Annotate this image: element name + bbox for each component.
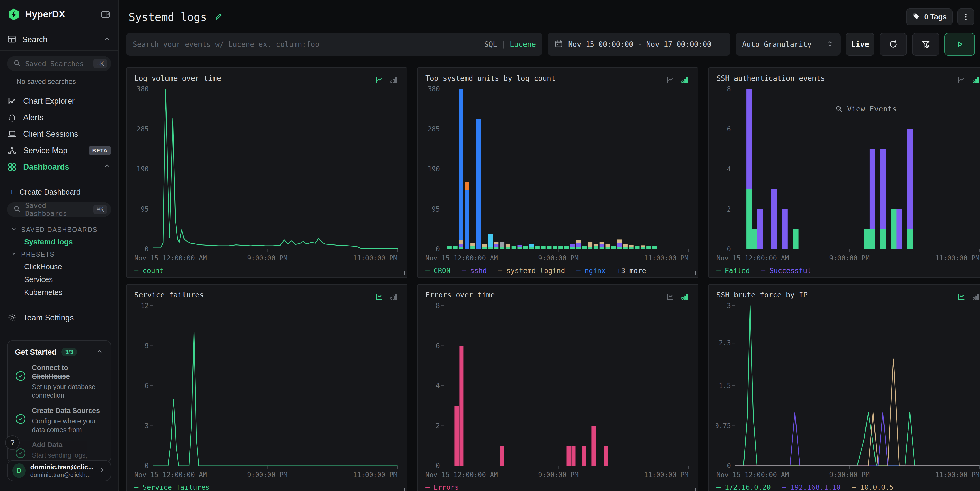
svg-text:2: 2 (436, 422, 440, 430)
panel-resize-handle[interactable] (692, 272, 696, 275)
filter-edit-icon (921, 40, 931, 49)
legend-item[interactable]: —count (134, 267, 164, 275)
chart-plot-area[interactable]: 32.31.50.750Nov 15 12:00:00 AM9:00:00 PM… (716, 302, 980, 482)
sidebar-item-service-map[interactable]: Service Map BETA (7, 142, 111, 159)
svg-text:0: 0 (436, 462, 440, 470)
view-events-link[interactable]: View Events (835, 105, 897, 113)
section-presets[interactable]: PRESETS (10, 248, 111, 260)
line-chart-view-icon[interactable] (666, 76, 675, 84)
chevron-up-icon[interactable] (103, 162, 111, 172)
get-started-step[interactable]: Connect to ClickHouse Set up your databa… (15, 364, 103, 400)
legend-item[interactable]: —Errors (425, 483, 459, 491)
page-header: Systemd logs 0 Tags (129, 7, 974, 27)
search-icon (13, 205, 21, 214)
chevron-up-icon[interactable] (96, 348, 103, 356)
sidebar-item-client-sessions[interactable]: Client Sessions (7, 126, 111, 142)
refresh-button[interactable] (880, 33, 907, 56)
bar-chart-view-icon[interactable] (681, 76, 689, 84)
svg-text:11:00:00 PM: 11:00:00 PM (353, 254, 397, 262)
get-started-header[interactable]: Get Started 3/3 (15, 348, 103, 356)
chart-plot-area[interactable]: 380285190950Nov 15 12:00:00 AM9:00:00 PM… (134, 86, 399, 265)
tags-button[interactable]: 0 Tags (906, 8, 953, 25)
line-chart-view-icon[interactable] (375, 76, 384, 84)
user-menu[interactable]: D dominic.tran@clic... dominic.tran@clic… (7, 460, 111, 481)
sidebar-item-chart-explorer[interactable]: Chart Explorer (7, 93, 111, 110)
create-dashboard-label: Create Dashboard (19, 188, 81, 196)
more-options-button[interactable] (957, 8, 974, 25)
line-chart-view-icon[interactable] (375, 292, 384, 301)
legend-item[interactable]: —Service failures (134, 483, 210, 491)
get-started-step[interactable]: Create Data Sources Configure where your… (15, 407, 103, 434)
svg-text:4: 4 (436, 382, 440, 389)
help-button[interactable]: ? (5, 435, 19, 450)
svg-text:285: 285 (428, 126, 440, 133)
play-icon (955, 40, 964, 49)
legend-item[interactable]: —Failed (716, 267, 750, 275)
saved-dashboards-input[interactable]: Saved Dashboards ⌘K (7, 202, 111, 217)
logo-row: HyperDX (7, 7, 111, 22)
legend-item[interactable]: —sshd (462, 267, 487, 275)
lucene-toggle[interactable]: Lucene (510, 40, 536, 49)
divider (0, 179, 118, 180)
panel-resize-handle[interactable] (692, 488, 696, 491)
toggle-divider: | (501, 40, 506, 49)
filter-button[interactable] (912, 33, 939, 56)
chart-panel-top-units: Top systemd units by log count 380285190… (417, 67, 698, 278)
event-search-placeholder: Search your events w/ Lucene ex. column:… (133, 40, 480, 49)
granularity-select[interactable]: Auto Granularity (735, 33, 840, 56)
run-query-button[interactable] (945, 33, 975, 56)
bar-chart-view-icon[interactable] (390, 292, 398, 301)
sidebar-item-team-settings[interactable]: Team Settings (7, 310, 111, 326)
legend-item[interactable]: —nginx (576, 267, 606, 275)
legend-item[interactable]: —Successful (761, 267, 811, 275)
get-started-title: Get Started (15, 348, 57, 356)
edit-title-icon[interactable] (215, 12, 224, 22)
search-icon (13, 59, 21, 68)
svg-text:Nov 15 12:00:00 AM: Nov 15 12:00:00 AM (716, 254, 789, 262)
legend-item[interactable]: —systemd-logind (498, 267, 565, 275)
preset-link-services[interactable]: Services (7, 273, 111, 286)
bar-chart-view-icon[interactable] (972, 76, 980, 84)
kebab-icon (961, 13, 970, 21)
line-chart-view-icon[interactable] (957, 76, 966, 84)
bar-chart-view-icon[interactable] (681, 292, 689, 301)
section-saved-dashboards[interactable]: SAVED DASHBOARDS (10, 224, 111, 235)
preset-link-kubernetes[interactable]: Kubernetes (7, 286, 111, 299)
event-search-input[interactable]: Search your events w/ Lucene ex. column:… (126, 33, 542, 56)
granularity-value: Auto Granularity (742, 40, 826, 49)
legend-item[interactable]: —192.168.1.10 (782, 483, 840, 491)
date-range-picker[interactable]: Nov 15 00:00:00 - Nov 17 00:00:00 (548, 33, 730, 56)
preset-link-clickhouse[interactable]: ClickHouse (7, 260, 111, 273)
svg-text:12: 12 (141, 302, 149, 310)
dashboard-link-systemd-logs[interactable]: Systemd logs (7, 235, 111, 248)
chart-plot-area[interactable]: 380285190950Nov 15 12:00:00 AM9:00:00 PM… (425, 86, 690, 265)
legend-more-link[interactable]: +3 more (617, 267, 646, 275)
svg-text:380: 380 (137, 86, 149, 93)
calendar-icon (554, 40, 563, 49)
live-button[interactable]: Live (846, 33, 875, 56)
panel-resize-handle[interactable] (401, 488, 405, 491)
chart-plot-area[interactable]: 129630Nov 15 12:00:00 AM9:00:00 PM11:00:… (134, 302, 399, 482)
beta-badge: BETA (89, 146, 111, 155)
bar-chart-view-icon[interactable] (390, 76, 398, 84)
sidebar-item-dashboards[interactable]: Dashboards (7, 159, 111, 175)
chart-plot-area[interactable]: 86420Nov 15 12:00:00 AM9:00:00 PM11:00:0… (425, 302, 690, 482)
hyperdx-logo-icon (7, 8, 21, 21)
svg-text:4: 4 (727, 165, 731, 173)
create-dashboard-button[interactable]: + Create Dashboard (9, 184, 111, 199)
saved-searches-input[interactable]: Saved Searches ⌘K (7, 56, 111, 71)
legend-item[interactable]: —10.0.0.5 (852, 483, 894, 491)
sql-toggle[interactable]: SQL (484, 40, 497, 49)
sidebar-item-alerts[interactable]: Alerts (7, 110, 111, 126)
line-chart-view-icon[interactable] (666, 292, 675, 301)
chevron-up-icon[interactable] (103, 35, 111, 44)
saved-searches-placeholder: Saved Searches (25, 60, 89, 68)
get-started-step[interactable]: Add Data Start sending logs, metrics, or… (15, 441, 103, 462)
sidebar-item-search[interactable]: Search (7, 32, 111, 47)
legend-item[interactable]: —CRON (425, 267, 450, 275)
sidebar-collapse-icon[interactable] (100, 9, 111, 20)
bar-chart-view-icon[interactable] (972, 292, 980, 301)
line-chart-view-icon[interactable] (957, 292, 966, 301)
panel-resize-handle[interactable] (401, 272, 405, 275)
legend-item[interactable]: —172.16.0.20 (716, 483, 771, 491)
